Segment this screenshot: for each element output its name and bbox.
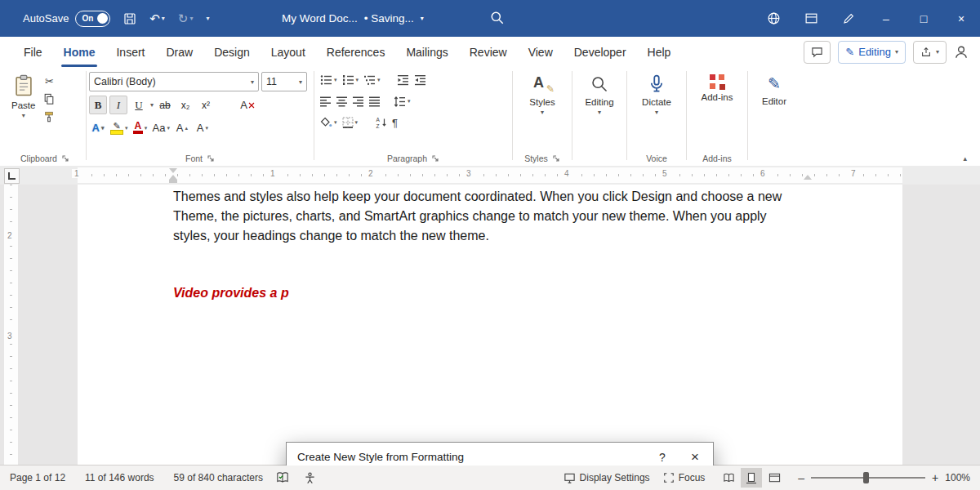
- autosave-toggle[interactable]: AutoSave On: [23, 11, 110, 27]
- shading-button[interactable]: ▾: [320, 114, 337, 131]
- align-left-button[interactable]: [320, 93, 332, 109]
- character-count[interactable]: 59 of 840 characters: [174, 472, 263, 483]
- dialog-close-button[interactable]: ×: [677, 443, 713, 466]
- editor-button[interactable]: ✎ Editor: [751, 72, 798, 109]
- strikethrough-button[interactable]: ab: [156, 96, 174, 114]
- paste-button[interactable]: Paste ▾: [7, 72, 40, 122]
- tab-mailings[interactable]: Mailings: [395, 37, 458, 67]
- italic-button[interactable]: I: [109, 96, 127, 114]
- show-formatting-button[interactable]: ¶: [392, 114, 398, 131]
- dialog-launcher-icon[interactable]: [431, 154, 439, 163]
- copy-button[interactable]: [43, 93, 55, 105]
- tab-developer[interactable]: Developer: [564, 37, 637, 67]
- autosave-switch[interactable]: On: [75, 11, 110, 27]
- read-mode-button[interactable]: [718, 468, 739, 488]
- increase-indent-button[interactable]: [414, 72, 426, 88]
- addins-button[interactable]: Add-ins: [689, 72, 745, 105]
- vertical-ruler[interactable]: 2 3: [4, 185, 18, 466]
- document-page[interactable]: Themes and styles also help keep your do…: [78, 185, 902, 466]
- styles-button[interactable]: A ✎ Styles ▾: [515, 72, 569, 118]
- shrink-font-button[interactable]: A ▾: [194, 118, 212, 137]
- dialog-launcher-icon[interactable]: [552, 154, 560, 163]
- zoom-slider-thumb[interactable]: [863, 472, 869, 483]
- clear-formatting-button[interactable]: A: [238, 96, 256, 114]
- tab-home[interactable]: Home: [53, 37, 106, 67]
- tab-references[interactable]: References: [316, 37, 396, 67]
- tab-layout[interactable]: Layout: [261, 37, 316, 67]
- zoom-in-button[interactable]: +: [932, 471, 938, 484]
- font-name-combobox[interactable]: Calibri (Body) ▾: [89, 72, 259, 91]
- zoom-out-button[interactable]: –: [798, 471, 804, 484]
- tab-selector[interactable]: [4, 168, 20, 184]
- tab-view[interactable]: View: [518, 37, 564, 67]
- share-button[interactable]: ▾: [913, 41, 947, 64]
- dialog-help-button[interactable]: ?: [648, 443, 677, 466]
- focus-mode-button[interactable]: Focus: [663, 472, 706, 483]
- bullets-button[interactable]: ▾: [320, 72, 337, 88]
- justify-button[interactable]: [369, 93, 381, 109]
- chevron-down-icon[interactable]: ▾: [150, 101, 154, 109]
- account-button[interactable]: [954, 45, 969, 60]
- font-color-button[interactable]: A ▾: [131, 118, 149, 137]
- align-center-button[interactable]: [336, 93, 348, 109]
- presenter-button[interactable]: [755, 0, 792, 37]
- text-effects-button[interactable]: A ▾: [89, 118, 107, 137]
- dictate-button[interactable]: Dictate ▾: [630, 72, 684, 118]
- decrease-indent-button[interactable]: [397, 72, 409, 88]
- collapse-ribbon-button[interactable]: ▴: [963, 154, 967, 163]
- chevron-down-icon[interactable]: ▾: [162, 15, 165, 22]
- cut-button[interactable]: ✂: [45, 75, 54, 87]
- page-indicator[interactable]: Page 1 of 12: [10, 472, 65, 483]
- comments-button[interactable]: [804, 41, 831, 64]
- print-layout-button[interactable]: [741, 468, 762, 488]
- format-painter-button[interactable]: [43, 111, 55, 122]
- dialog-launcher-icon[interactable]: [61, 154, 69, 163]
- superscript-button[interactable]: x²: [197, 96, 215, 114]
- tab-insert[interactable]: Insert: [105, 37, 155, 67]
- line-spacing-button[interactable]: ▾: [394, 93, 411, 109]
- subscript-button[interactable]: x₂: [176, 96, 194, 114]
- highlight-color-button[interactable]: ✎ ▾: [109, 118, 129, 137]
- body-paragraph[interactable]: Themes and styles also help keep your do…: [173, 187, 782, 246]
- zoom-level[interactable]: 100%: [945, 472, 970, 483]
- grow-font-button[interactable]: A ▴: [173, 118, 191, 137]
- accessibility-button[interactable]: [304, 472, 316, 484]
- minimize-button[interactable]: –: [867, 0, 905, 37]
- tab-review[interactable]: Review: [459, 37, 518, 67]
- change-case-button[interactable]: Aa ▾: [152, 118, 171, 137]
- undo-button[interactable]: ↶ ▾: [149, 11, 165, 26]
- redo-button[interactable]: ↻ ▾: [178, 11, 194, 26]
- document-title[interactable]: My Word Doc... • Saving... ▾: [282, 0, 424, 37]
- zoom-slider[interactable]: [811, 472, 925, 483]
- left-indent-marker[interactable]: [169, 180, 177, 183]
- underline-button[interactable]: U: [130, 96, 148, 114]
- align-right-button[interactable]: [353, 93, 364, 109]
- proofing-status-button[interactable]: [276, 471, 289, 484]
- sort-button[interactable]: A Z: [376, 114, 387, 131]
- horizontal-ruler[interactable]: 1 1 2 3 4 5 6 7: [0, 166, 980, 185]
- dialog-launcher-icon[interactable]: [207, 154, 215, 163]
- tab-help[interactable]: Help: [637, 37, 682, 67]
- search-button[interactable]: [490, 11, 505, 25]
- chevron-down-icon[interactable]: ▾: [421, 15, 424, 22]
- first-line-indent-marker[interactable]: [169, 168, 177, 173]
- right-indent-marker[interactable]: [804, 175, 812, 180]
- display-settings-button[interactable]: Display Settings: [564, 472, 650, 484]
- editing-button[interactable]: Editing ▾: [575, 72, 624, 118]
- ribbon-display-options-button[interactable]: [792, 0, 830, 37]
- tab-draw[interactable]: Draw: [155, 37, 203, 67]
- save-button[interactable]: [123, 12, 136, 25]
- editing-mode-button[interactable]: ✎ Editing ▾: [838, 41, 906, 64]
- quick-access-menu-button[interactable]: ▾: [206, 15, 209, 22]
- borders-button[interactable]: ▾: [342, 114, 359, 131]
- restore-button[interactable]: □: [905, 0, 942, 37]
- web-layout-button[interactable]: [764, 468, 785, 488]
- multilevel-list-button[interactable]: ▾: [363, 72, 381, 88]
- tab-design[interactable]: Design: [203, 37, 261, 67]
- red-styled-text[interactable]: Video provides a p: [173, 286, 289, 301]
- numbering-button[interactable]: ▾: [342, 72, 359, 88]
- draw-button[interactable]: [830, 0, 867, 37]
- tab-file[interactable]: File: [13, 37, 53, 67]
- word-count[interactable]: 11 of 146 words: [85, 472, 154, 483]
- font-size-combobox[interactable]: 11 ▾: [261, 72, 307, 91]
